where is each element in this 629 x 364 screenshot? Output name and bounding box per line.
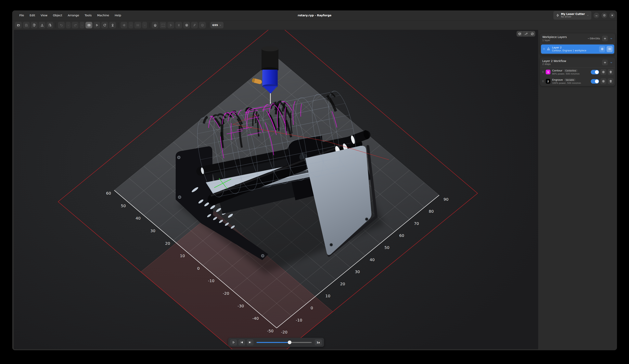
- layer-row-selected[interactable]: ⠿ Layer 2 Contour, Engrave 1 workpiece: [541, 44, 614, 54]
- menu-object[interactable]: Object: [51, 13, 65, 18]
- menu-help[interactable]: Help: [112, 13, 124, 18]
- layers-panel-subtitle: 1 layer: [542, 39, 567, 42]
- 3d-viewport-canvas[interactable]: 6050403020100-10-20-30-40-50908070605040…: [14, 30, 538, 349]
- toggle-knob: [595, 80, 599, 83]
- frame-icon: [161, 24, 165, 27]
- chevron-down-icon: [587, 14, 589, 16]
- playback-speed-button[interactable]: 1x: [314, 339, 322, 346]
- add-layer-button[interactable]: [602, 36, 608, 41]
- step-delete-button[interactable]: [608, 69, 614, 75]
- machine-selector-button[interactable]: My Laser Cutter No driver: [553, 11, 591, 20]
- workflow-step-row[interactable]: ⠿1ContourCenterline80% power, 500 mm/min: [540, 68, 615, 77]
- step-enabled-toggle[interactable]: [591, 70, 599, 74]
- plus-icon: [603, 37, 607, 40]
- 3d-viewport[interactable]: 6050403020100-10-20-30-40-50908070605040…: [14, 30, 538, 349]
- export-gcode-button[interactable]: [109, 22, 116, 28]
- folder-open-icon: [17, 24, 20, 27]
- send-icon: [169, 24, 172, 27]
- open-button[interactable]: [15, 22, 22, 28]
- toolbar-separator: [55, 23, 56, 28]
- viewport-tools: [516, 31, 535, 37]
- hide-workpieces-button[interactable]: [529, 31, 535, 37]
- step-enabled-toggle[interactable]: [591, 79, 599, 84]
- skip-start-icon: [240, 341, 243, 344]
- view-3d-toggle-button[interactable]: 3D: [85, 22, 92, 28]
- slider-track[interactable]: [256, 342, 312, 343]
- axis-label-left: 60: [106, 191, 111, 195]
- minimize-button[interactable]: [594, 13, 599, 18]
- laser-off-icon: [193, 24, 196, 27]
- skip-to-end-button[interactable]: [247, 339, 253, 346]
- chevron-down-icon: [219, 24, 222, 26]
- perspective-toggle-button[interactable]: [516, 31, 523, 37]
- slider-knob[interactable]: [288, 341, 292, 344]
- document-settings-button[interactable]: [46, 22, 53, 28]
- undo-button[interactable]: [58, 22, 65, 28]
- drag-handle[interactable]: ⠿: [542, 71, 544, 74]
- menu-view[interactable]: View: [38, 13, 50, 18]
- stop-job-button[interactable]: [183, 22, 190, 28]
- menu-edit[interactable]: Edit: [27, 13, 37, 18]
- step-number-badge: 2: [546, 79, 550, 84]
- maximize-button[interactable]: [602, 13, 607, 18]
- step-delete-button[interactable]: [608, 78, 614, 84]
- drag-handle[interactable]: ⠿: [543, 48, 545, 51]
- workflow-panel-title: Layer 2 Workflow: [542, 59, 566, 63]
- play-outline-icon: [95, 24, 98, 27]
- set-origin-button[interactable]: [199, 22, 206, 28]
- send-job-button[interactable]: [167, 22, 174, 28]
- home-machine-button[interactable]: [152, 22, 158, 28]
- workpiece-layers-panel: Workpiece Layers 1 layer ~58m56s ⠿ Layer…: [540, 33, 615, 55]
- import-button[interactable]: [39, 22, 45, 28]
- redo-button[interactable]: [72, 22, 79, 28]
- align-menu-button[interactable]: [128, 22, 133, 28]
- wcs-dropdown[interactable]: G55: [210, 22, 223, 28]
- save-button[interactable]: [23, 22, 30, 28]
- collapse-layers-chevron-icon[interactable]: [610, 37, 613, 40]
- home-icon: [154, 24, 157, 27]
- workflow-panel: Layer 2 Workflow 2 steps ⠿1ContourCenter…: [540, 57, 615, 86]
- cube-icon: [518, 32, 521, 35]
- pause-job-button[interactable]: [175, 22, 182, 28]
- frame-job-button[interactable]: [159, 22, 166, 28]
- align-button[interactable]: [121, 22, 127, 28]
- distribute-menu-button[interactable]: [142, 22, 147, 28]
- redo-menu-button[interactable]: [80, 22, 84, 28]
- distribute-button[interactable]: [134, 22, 141, 28]
- plus-icon: [603, 61, 607, 64]
- undo-icon: [60, 24, 63, 27]
- axis-label-left: -40: [252, 316, 259, 321]
- layer-settings-button[interactable]: [599, 46, 605, 52]
- collapse-workflow-chevron-icon[interactable]: [610, 61, 613, 64]
- close-button[interactable]: [609, 13, 615, 18]
- save-as-button[interactable]: [31, 22, 38, 28]
- timeline-slider[interactable]: [256, 339, 312, 345]
- workflow-step-row[interactable]: ⠿2EngraveVariable100% power, 500 mm/min: [540, 77, 615, 86]
- menu-machine[interactable]: Machine: [95, 13, 112, 18]
- show-travel-moves-button[interactable]: [523, 31, 529, 37]
- axis-label-right: -10: [296, 318, 302, 322]
- skip-end-icon: [249, 341, 252, 344]
- save-icon: [25, 24, 28, 27]
- menu-arrange[interactable]: Arrange: [65, 13, 82, 18]
- eye-icon: [608, 47, 611, 51]
- preview-play-button[interactable]: [93, 22, 100, 28]
- slider-fill: [256, 342, 290, 343]
- export-icon: [111, 24, 114, 27]
- axis-label-right: 10: [325, 293, 330, 298]
- skip-to-start-button[interactable]: [238, 339, 245, 346]
- play-button[interactable]: [230, 339, 237, 346]
- drag-handle[interactable]: ⠿: [542, 80, 544, 83]
- menu-tools[interactable]: Tools: [82, 13, 94, 18]
- axis-label-left: -20: [223, 291, 229, 296]
- step-settings-button[interactable]: [601, 78, 606, 84]
- axis-label-right: 20: [340, 281, 345, 286]
- step-mode-pill: Centerline: [564, 69, 578, 72]
- layer-visibility-button[interactable]: [607, 46, 613, 52]
- laser-off-button[interactable]: [191, 22, 198, 28]
- add-step-button[interactable]: [602, 60, 608, 65]
- menu-file[interactable]: File: [17, 13, 26, 18]
- regenerate-button[interactable]: [101, 22, 108, 28]
- step-settings-button[interactable]: [601, 69, 606, 75]
- undo-menu-button[interactable]: [66, 22, 71, 28]
